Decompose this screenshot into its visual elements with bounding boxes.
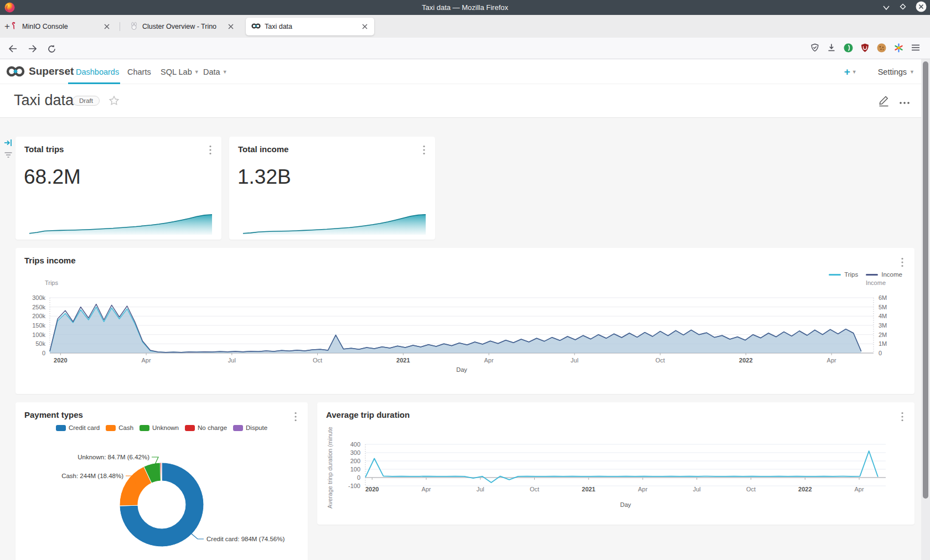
svg-text:150k: 150k	[32, 322, 45, 329]
tab-close-icon[interactable]	[226, 22, 236, 32]
nav-charts[interactable]: Charts	[127, 59, 151, 84]
svg-text:200k: 200k	[32, 313, 45, 319]
edit-dashboard-icon[interactable]	[877, 94, 890, 110]
svg-text:2M: 2M	[879, 331, 887, 338]
window-title: Taxi data — Mozilla Firefox	[0, 3, 930, 12]
svg-text:2020: 2020	[54, 357, 67, 364]
scrollbar[interactable]	[921, 59, 930, 560]
nav-dashboards[interactable]: Dashboards	[76, 59, 119, 84]
downloads-icon[interactable]	[827, 43, 836, 54]
tab-minio-console[interactable]: MinIO Console	[4, 18, 116, 35]
svg-text:Income: Income	[866, 279, 886, 286]
settings-menu[interactable]: Settings▼	[878, 68, 914, 76]
superset-logo[interactable]: Superset	[6, 64, 74, 79]
page-title: Taxi data	[14, 92, 74, 109]
tab-label: Cluster Overview - Trino	[142, 23, 220, 30]
payment-types-donut: Unknown: 84.7M (6.42%)Cash: 244M (18.48%…	[16, 402, 308, 560]
tab-trino[interactable]: Cluster Overview - Trino	[124, 18, 240, 35]
tab-taxi-data[interactable]: Taxi data	[246, 18, 374, 35]
svg-text:Jul: Jul	[571, 357, 578, 364]
svg-text:Day: Day	[456, 366, 467, 373]
kebab-menu-icon[interactable]	[206, 144, 215, 155]
pocket-shield-icon[interactable]	[810, 43, 819, 55]
svg-text:Apr: Apr	[421, 486, 431, 492]
expand-filter-bar-icon[interactable]	[4, 138, 14, 148]
payment-types-card: Payment types Credit cardCashUnknownNo c…	[16, 402, 308, 560]
dashboard-header: Taxi data Draft	[0, 84, 930, 118]
svg-text:0: 0	[879, 350, 882, 356]
back-icon[interactable]	[6, 42, 20, 56]
tab-close-icon[interactable]	[360, 22, 370, 32]
kebab-menu-icon[interactable]	[420, 144, 428, 155]
caret-down-icon: ▼	[852, 69, 857, 75]
svg-text:Apr: Apr	[638, 486, 647, 492]
nav-data[interactable]: Data▼	[203, 59, 228, 84]
minimize-icon[interactable]	[882, 3, 890, 13]
svg-text:2021: 2021	[396, 357, 410, 364]
svg-text:300: 300	[350, 449, 360, 456]
svg-text:Jul: Jul	[693, 486, 701, 492]
total-trips-card: Total trips 68.2M	[16, 137, 221, 240]
ublock-shield-icon[interactable]	[861, 43, 869, 55]
nav-sql-lab[interactable]: SQL Lab▼	[161, 59, 199, 84]
svg-text:0: 0	[42, 350, 45, 356]
trino-favicon	[130, 22, 138, 32]
trips-income-card: Trips income TripsIncome 300k6M250k5M200…	[16, 248, 914, 394]
close-icon[interactable]	[916, 1, 927, 14]
add-new-button[interactable]: +▼	[844, 66, 857, 78]
tab-strip: MinIO Console Cluster Overview - Trino T…	[0, 15, 930, 38]
superset-infinity-icon	[6, 64, 25, 79]
caret-down-icon: ▼	[223, 69, 228, 75]
window-titlebar: Taxi data — Mozilla Firefox	[0, 0, 930, 15]
svg-text:100: 100	[350, 466, 360, 473]
svg-text:Jul: Jul	[228, 357, 236, 364]
big-number-value: 1.32B	[237, 165, 291, 189]
svg-text:4M: 4M	[879, 313, 887, 319]
caret-down-icon: ▼	[194, 69, 199, 75]
scrollbar-thumb[interactable]	[923, 61, 928, 499]
svg-text:Average trinp duration (minute: Average trinp duration (minute	[327, 427, 333, 509]
svg-text:2022: 2022	[739, 357, 752, 364]
svg-text:Oct: Oct	[530, 486, 539, 492]
svg-text:Oct: Oct	[746, 486, 756, 492]
tab-label: Taxi data	[265, 23, 354, 30]
svg-text:2022: 2022	[798, 486, 812, 492]
svg-text:5M: 5M	[879, 304, 887, 310]
cookie-icon[interactable]	[877, 43, 886, 55]
svg-text:-100: -100	[348, 483, 360, 489]
svg-text:50k: 50k	[35, 340, 45, 347]
card-title: Total trips	[24, 144, 64, 154]
svg-text:2021: 2021	[582, 486, 595, 492]
svg-text:Apr: Apr	[142, 357, 151, 364]
favorite-star-icon[interactable]	[108, 95, 120, 108]
superset-navbar: Superset Dashboards Charts SQL Lab▼ Data…	[0, 59, 930, 84]
svg-text:Unknown: 84.7M (6.42%): Unknown: 84.7M (6.42%)	[78, 454, 149, 460]
menu-hamburger-icon[interactable]	[911, 44, 920, 54]
svg-text:Cash: 244M (18.48%): Cash: 244M (18.48%)	[61, 473, 123, 479]
caret-down-icon: ▼	[910, 69, 914, 75]
big-number-value: 68.2M	[24, 165, 81, 189]
svg-text:Oct: Oct	[313, 357, 322, 364]
total-income-card: Total income 1.32B	[229, 137, 435, 240]
tab-label: MinIO Console	[22, 23, 96, 30]
extension-green-icon[interactable]	[844, 43, 853, 55]
svg-text:6M: 6M	[879, 294, 887, 301]
trend-sparkline	[28, 212, 214, 236]
forward-icon[interactable]	[25, 42, 40, 56]
reload-icon[interactable]	[44, 42, 59, 56]
extension-colorful-icon[interactable]	[894, 43, 903, 55]
svg-text:Apr: Apr	[854, 486, 864, 492]
svg-text:250k: 250k	[32, 304, 45, 310]
tab-close-icon[interactable]	[102, 22, 112, 32]
svg-text:100k: 100k	[32, 331, 45, 338]
maximize-icon[interactable]	[899, 3, 907, 13]
filter-icon[interactable]	[4, 151, 14, 161]
avg-trip-duration-chart: 4003002001000-100Average trinp duration …	[317, 402, 914, 525]
new-tab-button[interactable]: +	[0, 19, 14, 34]
draft-badge: Draft	[73, 96, 100, 106]
svg-text:Apr: Apr	[484, 357, 494, 364]
svg-text:300k: 300k	[32, 294, 45, 301]
svg-text:Jul: Jul	[477, 486, 484, 492]
card-title: Total income	[238, 144, 288, 154]
more-actions-icon[interactable]	[899, 97, 910, 107]
